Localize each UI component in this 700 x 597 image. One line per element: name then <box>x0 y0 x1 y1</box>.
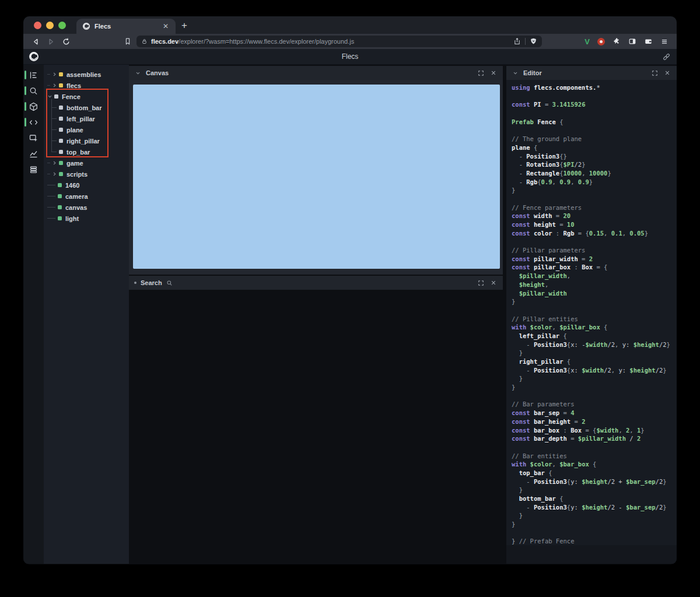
stats-icon[interactable] <box>23 149 44 159</box>
code-line: $height, <box>512 281 677 290</box>
code-line: - Position3{} <box>512 153 677 161</box>
code-line: Prefab Fence { <box>512 118 677 127</box>
tree-item-scripts[interactable]: scripts <box>44 168 129 180</box>
close-icon[interactable] <box>489 280 498 286</box>
wallet-icon[interactable] <box>644 37 653 45</box>
entity-dot <box>59 139 63 143</box>
canvas-viewport[interactable] <box>133 85 500 269</box>
search-panel-body <box>129 290 503 564</box>
sidebar-toggle-icon[interactable] <box>628 37 636 45</box>
tree-item-label: 1460 <box>65 182 79 189</box>
new-tab-button[interactable]: + <box>176 20 193 34</box>
extensions-puzzle-icon[interactable] <box>612 37 621 45</box>
browser-window: Flecs ✕ + flecs.dev/explorer/?wasm=https… <box>23 16 677 564</box>
close-icon[interactable] <box>663 70 671 76</box>
bullet-icon <box>134 282 136 284</box>
tree-item-label: game <box>66 160 83 167</box>
reload-button[interactable] <box>60 36 72 47</box>
adblock-extension-icon[interactable] <box>597 38 605 45</box>
tree-item-Fence[interactable]: Fence <box>44 91 129 102</box>
browser-tab[interactable]: Flecs ✕ <box>76 19 176 34</box>
menu-icon[interactable] <box>660 38 668 45</box>
share-icon[interactable] <box>513 37 521 45</box>
chevron-right-icon[interactable] <box>52 72 57 77</box>
code-line: right_pillar { <box>512 358 677 367</box>
tree-item-right_pillar[interactable]: right_pillar <box>51 135 129 146</box>
editor-panel-title: Editor <box>523 69 542 76</box>
back-button[interactable] <box>29 36 42 47</box>
vue-devtools-extension-icon[interactable]: V <box>584 37 590 46</box>
tree-item-camera[interactable]: camera <box>44 191 129 202</box>
chevron-right-icon[interactable] <box>52 171 57 177</box>
code-line: const PI = 3.1415926 <box>512 101 677 110</box>
tree-item-label: light <box>65 215 79 222</box>
chevron-down-icon[interactable] <box>47 94 52 99</box>
tree-item-1460[interactable]: 1460 <box>44 180 129 191</box>
search-icon[interactable] <box>23 86 44 96</box>
tree-item-label: flecs <box>66 82 81 89</box>
tree-item-left_pillar[interactable]: left_pillar <box>51 113 129 124</box>
brave-shield-icon[interactable] <box>530 37 537 45</box>
tree-item-flecs[interactable]: flecs <box>44 80 129 91</box>
chevron-right-icon[interactable] <box>52 83 57 88</box>
lock-icon <box>141 38 148 45</box>
search-panel-title: Search <box>141 279 162 286</box>
traffic-lights <box>23 22 74 34</box>
tab-close-icon[interactable]: ✕ <box>160 22 171 31</box>
tree-item-top_bar[interactable]: top_bar <box>51 146 129 157</box>
minimize-window-button[interactable] <box>46 22 54 29</box>
entity-dot <box>59 106 63 110</box>
code-line: } // Prefab Fence <box>512 538 677 545</box>
stack-icon[interactable] <box>23 164 44 175</box>
tree-item-label: Fence <box>62 93 80 100</box>
code-line: // Bar entities <box>512 452 677 461</box>
tree-item-game[interactable]: game <box>44 157 129 168</box>
close-window-button[interactable] <box>34 22 41 29</box>
chevron-down-icon[interactable] <box>134 71 142 76</box>
active-indicator <box>24 102 26 111</box>
tree-connector <box>51 129 57 130</box>
code-icon[interactable] <box>23 117 44 128</box>
url-bar[interactable]: flecs.dev/explorer/?wasm=https://www.fle… <box>136 36 542 47</box>
code-line: - Position3{x: -$width/2, y: $height/2} <box>512 341 677 350</box>
code-line: // The ground plane <box>512 135 677 144</box>
tree-item-canvas[interactable]: canvas <box>44 202 129 213</box>
code-line: - Position3{y: $height/2 - $bar_sep/2} <box>512 504 677 512</box>
tree-item-plane[interactable]: plane <box>51 124 129 135</box>
expand-icon[interactable] <box>477 70 485 76</box>
urlbar-divider <box>525 38 526 45</box>
bookmark-icon[interactable] <box>124 37 132 45</box>
code-line: - Rotation3{$PI/2} <box>512 161 677 170</box>
tree-item-bottom_bar[interactable]: bottom_bar <box>51 102 129 113</box>
tab-title: Flecs <box>94 23 156 30</box>
tree-item-label: top_bar <box>66 149 90 156</box>
code-line <box>512 392 677 401</box>
code-line: } <box>512 486 677 495</box>
tree-connector <box>51 141 57 141</box>
tree-item-light[interactable]: light <box>44 213 129 224</box>
zoom-window-button[interactable] <box>58 22 66 29</box>
hierarchy-icon[interactable] <box>23 70 44 80</box>
expand-icon[interactable] <box>477 280 485 286</box>
chevron-down-icon[interactable] <box>512 71 519 76</box>
inspect-icon[interactable] <box>23 133 44 143</box>
code-editor[interactable]: using flecs.components.* const PI = 3.14… <box>506 80 677 545</box>
cube-icon[interactable] <box>23 101 44 112</box>
entity-tree: assembliesflecsFencebottom_barleft_pilla… <box>44 69 129 224</box>
code-line <box>512 195 677 204</box>
code-line: } <box>512 375 677 384</box>
tree-connector <box>51 107 57 108</box>
tree-item-label: left_pillar <box>66 115 95 122</box>
expand-icon[interactable] <box>650 70 659 76</box>
code-line: $pillar_width, <box>512 272 677 281</box>
entity-dot <box>59 172 63 176</box>
forward-button[interactable] <box>44 36 57 47</box>
entity-dot <box>59 128 63 132</box>
code-line: top_bar { <box>512 469 677 478</box>
tree-item-assemblies[interactable]: assemblies <box>44 69 129 80</box>
close-icon[interactable] <box>489 70 498 76</box>
code-line: } <box>512 384 677 392</box>
entity-dot <box>58 183 62 187</box>
code-line: const bar_box : Box = {$width, 2, 1} <box>512 427 677 436</box>
chevron-right-icon[interactable] <box>52 160 57 166</box>
